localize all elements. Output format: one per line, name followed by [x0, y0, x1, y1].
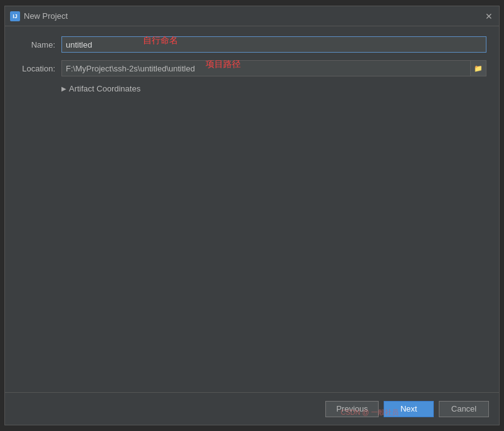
- location-input-wrapper: 📁: [61, 60, 486, 76]
- name-row: Name: 自行命名: [18, 36, 486, 53]
- app-icon: IJ: [10, 11, 20, 21]
- browse-button[interactable]: 📁: [470, 60, 486, 76]
- next-button[interactable]: Next: [384, 401, 434, 417]
- cancel-button[interactable]: Cancel: [439, 401, 489, 417]
- title-bar: IJ New Project ✕: [5, 6, 499, 26]
- artifact-toggle[interactable]: ▶ Artifact Coordinates: [18, 84, 140, 93]
- location-row: Location: 📁 项目路径: [18, 60, 486, 76]
- new-project-dialog: IJ New Project ✕ Name: 自行命名 Location: 📁 …: [4, 6, 500, 425]
- name-input[interactable]: [61, 36, 486, 53]
- close-button[interactable]: ✕: [484, 11, 494, 21]
- name-label: Name:: [18, 40, 61, 49]
- chevron-right-icon: ▶: [61, 85, 66, 92]
- dialog-content: Name: 自行命名 Location: 📁 项目路径 ▶ Artifact C…: [5, 26, 499, 392]
- window-title: New Project: [24, 11, 68, 21]
- folder-icon: 📁: [474, 65, 483, 73]
- previous-button[interactable]: Previous: [325, 401, 379, 417]
- title-bar-left: IJ New Project: [10, 11, 68, 21]
- location-input[interactable]: [61, 60, 470, 76]
- artifact-row: ▶ Artifact Coordinates: [18, 84, 486, 93]
- location-label: Location:: [18, 64, 61, 73]
- dialog-footer: Previous Next Cancel: [5, 392, 499, 425]
- artifact-label: Artifact Coordinates: [69, 84, 140, 93]
